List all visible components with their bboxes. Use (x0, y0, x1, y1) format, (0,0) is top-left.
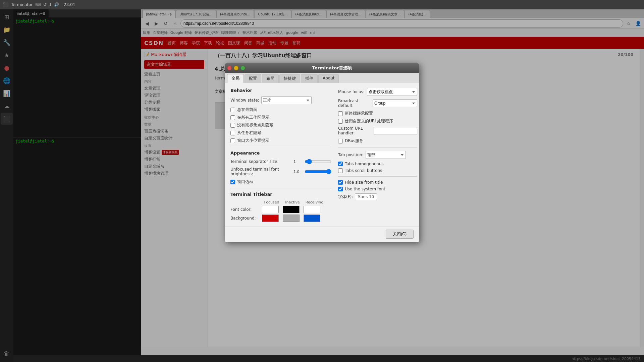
hide-taskbar-label: 从任务栏隐藏 (237, 130, 261, 136)
hide-size-checkbox[interactable] (338, 180, 343, 185)
tab-plugins[interactable]: 插件 (301, 74, 318, 83)
tab-position-row: Tab position: 顶部 底部 左边 右边 (338, 151, 417, 159)
window-border-checkbox[interactable] (230, 180, 235, 184)
tab-about[interactable]: About (318, 74, 339, 83)
inactive-bg-swatch[interactable] (283, 215, 300, 222)
clock: 23:01 (64, 2, 75, 7)
show-workspaces-checkbox[interactable] (230, 115, 235, 120)
window-size-label: 窗口大小位置提示 (237, 138, 269, 143)
tab-layout[interactable]: 布局 (262, 74, 279, 83)
tabs-homogeneous-label: Tabs homogeneous (345, 162, 384, 166)
app-title: Terminator (11, 2, 33, 7)
always-on-top-row: 总在最前面 (230, 107, 331, 113)
use-custom-url-row: 使用自定义的URL处理程序 (338, 118, 417, 124)
window-state-label: Window state: (230, 98, 259, 103)
use-system-font-checkbox[interactable] (338, 187, 343, 191)
broadcast-default-row: Broadcast default: Group All Off (338, 99, 417, 108)
terminal-separator-label: Terminal separator size: (230, 159, 291, 164)
mouse-focus-select[interactable]: 点击获取焦点 跟随鼠标 (367, 88, 417, 96)
font-name-display[interactable]: Sans 10 (355, 193, 377, 200)
unfocused-brightness-row: Unfocused terminal font brightness: 1.0 (230, 167, 331, 176)
behavior-section-title: Behavior (230, 88, 331, 93)
dialog-max-btn[interactable]: + (240, 66, 245, 70)
window-state-select[interactable]: 正常 最大化 全屏 (261, 96, 312, 104)
tab-position-label: Tab position: (338, 153, 364, 157)
terminal-separator-slider[interactable] (305, 159, 331, 164)
download-icon: ⬇ (49, 2, 52, 7)
main-area: ⊞ 📁 🔧 ★ ● 🌐 📊 ☁ ⬛ 🗑 jiatal@jiatal:~$ jia… (0, 9, 644, 362)
preferences-dialog: × − + Terminator首选项 全局 配置 布局 快捷键 插件 Abou… (225, 63, 419, 242)
receiving-header: Receiving (304, 200, 325, 204)
dialog-min-btn[interactable]: − (234, 66, 238, 70)
unfocused-brightness-label: Unfocused terminal font brightness: (230, 167, 291, 176)
tab-shortcuts[interactable]: 快捷键 (279, 74, 300, 83)
receiving-font-swatch[interactable] (304, 206, 320, 213)
inactive-font-swatch[interactable] (283, 206, 300, 213)
dialog-left-column: Behavior Window state: 正常 最大化 全屏 总在最前面 (230, 88, 331, 222)
font-color-row: Font color: (230, 206, 331, 213)
dbus-checkbox[interactable] (338, 139, 343, 143)
hide-focus-checkbox[interactable] (230, 123, 235, 128)
always-on-top-checkbox[interactable] (230, 108, 235, 112)
close-button[interactable]: 关闭(C) (386, 230, 414, 239)
new-terminal-inherit-label: 新终端继承配置 (345, 111, 373, 116)
hide-size-row: Hide size from title (338, 180, 417, 185)
hide-focus-label: 没有鼠标焦点则隐藏 (237, 122, 273, 128)
new-terminal-inherit-row: 新终端继承配置 (338, 111, 417, 116)
title-bar: ⬛ Terminator ⌨ ↺ ⬇ 🔊 23:01 (0, 0, 644, 9)
focused-font-swatch[interactable] (262, 206, 279, 213)
dialog-body: Behavior Window state: 正常 最大化 全屏 总在最前面 (225, 83, 419, 227)
refresh-icon: ↺ (43, 2, 47, 7)
use-system-font-label: Use the system font (345, 187, 385, 191)
broadcast-default-select[interactable]: Group All Off (373, 99, 417, 107)
tab-config[interactable]: 配置 (245, 74, 261, 83)
title-bar-icons: ⌨ ↺ ⬇ 🔊 23:01 (35, 2, 75, 7)
inactive-header: Inactive (283, 200, 302, 204)
tab-position-select[interactable]: 顶部 底部 左边 右边 (366, 151, 406, 159)
show-all-workspaces-row: 在所有工作区显示 (230, 115, 331, 120)
receiving-bg-swatch[interactable] (304, 215, 320, 222)
unfocused-brightness-slider[interactable] (305, 169, 331, 174)
tabs-scroll-label: Tabs scroll buttons (345, 168, 382, 173)
use-system-font-row: Use the system font (338, 187, 417, 191)
always-on-top-label: 总在最前面 (237, 107, 257, 113)
dialog-footer: 关闭(C) (225, 227, 419, 242)
dbus-row: DBus服务 (338, 138, 417, 144)
tabs-scroll-checkbox[interactable] (338, 168, 343, 173)
hide-size-label: Hide size from title (345, 180, 383, 185)
broadcast-default-label: Broadcast default: (338, 99, 371, 108)
dialog-tabs: 全局 配置 布局 快捷键 插件 About (225, 73, 419, 83)
tab-global[interactable]: 全局 (227, 74, 244, 83)
use-custom-url-checkbox[interactable] (338, 119, 343, 124)
mouse-focus-row: Mouse focus: 点击获取焦点 跟随鼠标 (338, 88, 417, 96)
tabs-homogeneous-checkbox[interactable] (338, 162, 343, 166)
font-row: 字体(F): Sans 10 (338, 193, 417, 200)
bg-color-row: Background: (230, 215, 331, 222)
mouse-focus-label: Mouse focus: (338, 89, 365, 94)
show-workspaces-label: 在所有工作区显示 (237, 115, 269, 120)
window-size-checkbox[interactable] (230, 138, 235, 143)
tabs-scroll-row: Tabs scroll buttons (338, 168, 417, 173)
app-icon: ⬛ (3, 2, 8, 7)
dbus-label: DBus服务 (345, 138, 363, 144)
terminal-titlebar-title: Terminal Titlebar (230, 192, 331, 197)
terminal-separator-row: Terminal separator size: 1 (230, 159, 331, 164)
bg-label: Background: (230, 216, 261, 221)
dialog-titlebar: × − + Terminator首选项 (225, 63, 419, 73)
window-state-row: Window state: 正常 最大化 全屏 (230, 96, 331, 104)
dialog-close-btn[interactable]: × (227, 66, 232, 70)
window-size-hint-row: 窗口大小位置提示 (230, 138, 331, 143)
font-label: 字体(F): (338, 194, 353, 200)
custom-url-handler-input[interactable] (374, 127, 417, 134)
hide-taskbar-checkbox[interactable] (230, 131, 235, 135)
appearance-section: Appearance Terminal separator size: 1 Un… (230, 150, 331, 185)
custom-url-handler-label: Custom URL handler: (338, 126, 372, 135)
unfocused-brightness-value: 1.0 (293, 170, 302, 174)
terminal-titlebar-section: Terminal Titlebar Focused Inactive Recei… (230, 192, 331, 222)
titlebar-headers: Focused Inactive Receiving (230, 200, 331, 204)
terminal-separator-value: 1 (293, 160, 302, 164)
new-terminal-inherit-checkbox[interactable] (338, 111, 343, 116)
window-border-row: 窗口边框 (230, 179, 331, 185)
hide-on-focus-row: 没有鼠标焦点则隐藏 (230, 122, 331, 128)
focused-bg-swatch[interactable] (262, 215, 279, 222)
